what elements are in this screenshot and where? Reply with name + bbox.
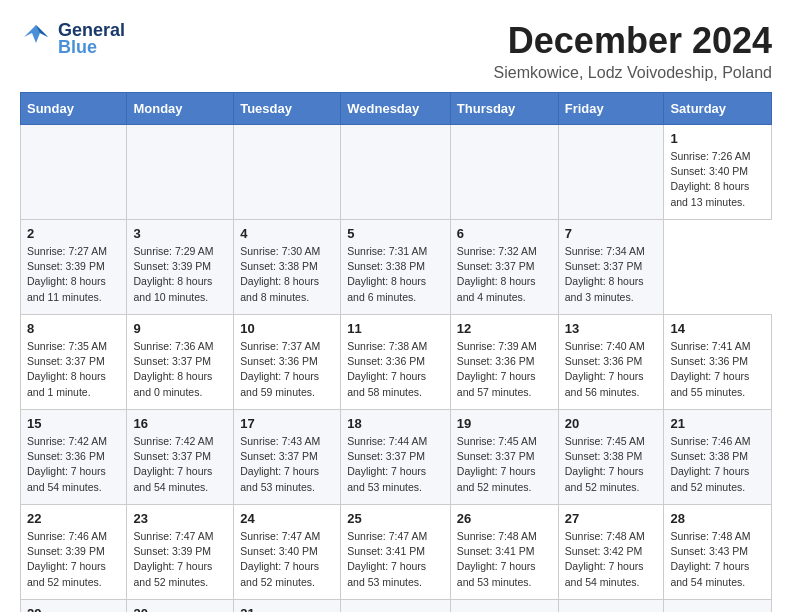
day-number: 30 xyxy=(133,606,227,612)
calendar-cell xyxy=(341,600,451,613)
day-number: 21 xyxy=(670,416,765,431)
day-number: 12 xyxy=(457,321,552,336)
day-info: Sunrise: 7:48 AMSunset: 3:42 PMDaylight:… xyxy=(565,529,658,590)
calendar-cell: 28Sunrise: 7:48 AMSunset: 3:43 PMDayligh… xyxy=(664,505,772,600)
column-header-tuesday: Tuesday xyxy=(234,93,341,125)
day-info: Sunrise: 7:42 AMSunset: 3:37 PMDaylight:… xyxy=(133,434,227,495)
column-header-saturday: Saturday xyxy=(664,93,772,125)
day-info: Sunrise: 7:47 AMSunset: 3:41 PMDaylight:… xyxy=(347,529,444,590)
day-info: Sunrise: 7:34 AMSunset: 3:37 PMDaylight:… xyxy=(565,244,658,305)
day-number: 10 xyxy=(240,321,334,336)
title-block: December 2024 Siemkowice, Lodz Voivodesh… xyxy=(494,20,772,82)
calendar-cell xyxy=(21,125,127,220)
day-info: Sunrise: 7:46 AMSunset: 3:38 PMDaylight:… xyxy=(670,434,765,495)
calendar-cell xyxy=(234,125,341,220)
day-info: Sunrise: 7:42 AMSunset: 3:36 PMDaylight:… xyxy=(27,434,120,495)
day-info: Sunrise: 7:47 AMSunset: 3:40 PMDaylight:… xyxy=(240,529,334,590)
calendar-cell: 27Sunrise: 7:48 AMSunset: 3:42 PMDayligh… xyxy=(558,505,664,600)
calendar-cell: 14Sunrise: 7:41 AMSunset: 3:36 PMDayligh… xyxy=(664,315,772,410)
calendar-header: SundayMondayTuesdayWednesdayThursdayFrid… xyxy=(21,93,772,125)
calendar-cell: 26Sunrise: 7:48 AMSunset: 3:41 PMDayligh… xyxy=(450,505,558,600)
day-info: Sunrise: 7:43 AMSunset: 3:37 PMDaylight:… xyxy=(240,434,334,495)
column-header-friday: Friday xyxy=(558,93,664,125)
calendar-cell: 18Sunrise: 7:44 AMSunset: 3:37 PMDayligh… xyxy=(341,410,451,505)
calendar-cell: 19Sunrise: 7:45 AMSunset: 3:37 PMDayligh… xyxy=(450,410,558,505)
calendar-cell: 22Sunrise: 7:46 AMSunset: 3:39 PMDayligh… xyxy=(21,505,127,600)
calendar-cell: 8Sunrise: 7:35 AMSunset: 3:37 PMDaylight… xyxy=(21,315,127,410)
calendar-cell: 25Sunrise: 7:47 AMSunset: 3:41 PMDayligh… xyxy=(341,505,451,600)
day-info: Sunrise: 7:41 AMSunset: 3:36 PMDaylight:… xyxy=(670,339,765,400)
calendar-table: SundayMondayTuesdayWednesdayThursdayFrid… xyxy=(20,92,772,612)
day-number: 31 xyxy=(240,606,334,612)
calendar-cell: 29Sunrise: 7:48 AMSunset: 3:44 PMDayligh… xyxy=(21,600,127,613)
day-number: 28 xyxy=(670,511,765,526)
day-info: Sunrise: 7:48 AMSunset: 3:41 PMDaylight:… xyxy=(457,529,552,590)
calendar-cell xyxy=(664,600,772,613)
calendar-cell xyxy=(558,125,664,220)
column-header-thursday: Thursday xyxy=(450,93,558,125)
calendar-cell: 12Sunrise: 7:39 AMSunset: 3:36 PMDayligh… xyxy=(450,315,558,410)
calendar-cell: 20Sunrise: 7:45 AMSunset: 3:38 PMDayligh… xyxy=(558,410,664,505)
day-number: 3 xyxy=(133,226,227,241)
calendar-cell: 31Sunrise: 7:48 AMSunset: 3:46 PMDayligh… xyxy=(234,600,341,613)
day-number: 14 xyxy=(670,321,765,336)
day-number: 5 xyxy=(347,226,444,241)
calendar-cell xyxy=(450,125,558,220)
day-number: 4 xyxy=(240,226,334,241)
calendar-title: December 2024 xyxy=(494,20,772,62)
calendar-cell: 2Sunrise: 7:27 AMSunset: 3:39 PMDaylight… xyxy=(21,220,127,315)
calendar-cell: 11Sunrise: 7:38 AMSunset: 3:36 PMDayligh… xyxy=(341,315,451,410)
day-number: 22 xyxy=(27,511,120,526)
column-header-wednesday: Wednesday xyxy=(341,93,451,125)
day-info: Sunrise: 7:45 AMSunset: 3:37 PMDaylight:… xyxy=(457,434,552,495)
calendar-subtitle: Siemkowice, Lodz Voivodeship, Poland xyxy=(494,64,772,82)
day-info: Sunrise: 7:45 AMSunset: 3:38 PMDaylight:… xyxy=(565,434,658,495)
calendar-cell: 5Sunrise: 7:31 AMSunset: 3:38 PMDaylight… xyxy=(341,220,451,315)
day-number: 8 xyxy=(27,321,120,336)
day-info: Sunrise: 7:29 AMSunset: 3:39 PMDaylight:… xyxy=(133,244,227,305)
calendar-cell: 23Sunrise: 7:47 AMSunset: 3:39 PMDayligh… xyxy=(127,505,234,600)
column-header-sunday: Sunday xyxy=(21,93,127,125)
day-number: 17 xyxy=(240,416,334,431)
logo: General Blue xyxy=(20,20,125,58)
day-info: Sunrise: 7:38 AMSunset: 3:36 PMDaylight:… xyxy=(347,339,444,400)
day-number: 19 xyxy=(457,416,552,431)
day-number: 24 xyxy=(240,511,334,526)
day-number: 23 xyxy=(133,511,227,526)
day-number: 1 xyxy=(670,131,765,146)
calendar-cell: 1Sunrise: 7:26 AMSunset: 3:40 PMDaylight… xyxy=(664,125,772,220)
day-number: 27 xyxy=(565,511,658,526)
day-info: Sunrise: 7:39 AMSunset: 3:36 PMDaylight:… xyxy=(457,339,552,400)
calendar-cell: 6Sunrise: 7:32 AMSunset: 3:37 PMDaylight… xyxy=(450,220,558,315)
calendar-cell: 9Sunrise: 7:36 AMSunset: 3:37 PMDaylight… xyxy=(127,315,234,410)
day-number: 18 xyxy=(347,416,444,431)
calendar-cell: 4Sunrise: 7:30 AMSunset: 3:38 PMDaylight… xyxy=(234,220,341,315)
day-info: Sunrise: 7:32 AMSunset: 3:37 PMDaylight:… xyxy=(457,244,552,305)
calendar-cell: 16Sunrise: 7:42 AMSunset: 3:37 PMDayligh… xyxy=(127,410,234,505)
calendar-cell: 10Sunrise: 7:37 AMSunset: 3:36 PMDayligh… xyxy=(234,315,341,410)
calendar-cell xyxy=(127,125,234,220)
calendar-cell: 21Sunrise: 7:46 AMSunset: 3:38 PMDayligh… xyxy=(664,410,772,505)
day-info: Sunrise: 7:48 AMSunset: 3:43 PMDaylight:… xyxy=(670,529,765,590)
day-number: 26 xyxy=(457,511,552,526)
calendar-cell xyxy=(558,600,664,613)
day-number: 16 xyxy=(133,416,227,431)
calendar-cell xyxy=(341,125,451,220)
day-number: 2 xyxy=(27,226,120,241)
day-info: Sunrise: 7:35 AMSunset: 3:37 PMDaylight:… xyxy=(27,339,120,400)
day-info: Sunrise: 7:37 AMSunset: 3:36 PMDaylight:… xyxy=(240,339,334,400)
day-info: Sunrise: 7:47 AMSunset: 3:39 PMDaylight:… xyxy=(133,529,227,590)
calendar-cell: 30Sunrise: 7:48 AMSunset: 3:45 PMDayligh… xyxy=(127,600,234,613)
calendar-cell: 15Sunrise: 7:42 AMSunset: 3:36 PMDayligh… xyxy=(21,410,127,505)
calendar-cell: 24Sunrise: 7:47 AMSunset: 3:40 PMDayligh… xyxy=(234,505,341,600)
logo-icon xyxy=(20,23,52,55)
day-number: 13 xyxy=(565,321,658,336)
calendar-cell: 3Sunrise: 7:29 AMSunset: 3:39 PMDaylight… xyxy=(127,220,234,315)
day-number: 20 xyxy=(565,416,658,431)
day-number: 15 xyxy=(27,416,120,431)
day-info: Sunrise: 7:27 AMSunset: 3:39 PMDaylight:… xyxy=(27,244,120,305)
day-info: Sunrise: 7:44 AMSunset: 3:37 PMDaylight:… xyxy=(347,434,444,495)
day-number: 29 xyxy=(27,606,120,612)
day-info: Sunrise: 7:30 AMSunset: 3:38 PMDaylight:… xyxy=(240,244,334,305)
column-header-monday: Monday xyxy=(127,93,234,125)
